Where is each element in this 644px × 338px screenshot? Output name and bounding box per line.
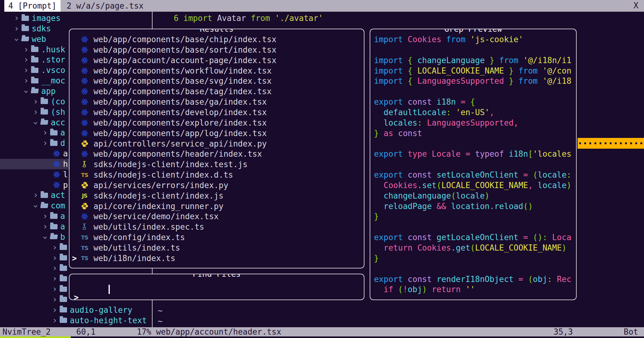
tree-item-label: acc xyxy=(51,118,65,127)
code-line: import { changeLanguage } from '@/i18n/i… xyxy=(374,55,571,66)
tree-item-images[interactable]: ›images xyxy=(0,13,152,23)
result-item[interactable]: web/app/components/header/index.tsx xyxy=(70,149,364,159)
test-flask-icon xyxy=(81,161,89,168)
chevron-down-icon[interactable]: › xyxy=(22,89,30,95)
react-icon xyxy=(81,98,89,106)
folder-icon xyxy=(60,318,67,323)
chevron-right-icon[interactable]: › xyxy=(42,128,48,137)
chevron-right-icon[interactable]: › xyxy=(33,191,39,199)
chevron-right-icon[interactable]: › xyxy=(23,76,29,85)
result-item[interactable]: TSsdks/nodejs-client/index.d.ts xyxy=(70,170,364,180)
result-path: web/app/components/base/sort/index.tsx xyxy=(93,45,276,54)
find-files-title: Find Files xyxy=(188,274,246,280)
tab-2[interactable]: 2 w/a/s/page.tsx xyxy=(61,0,148,12)
chevron-right-icon[interactable]: › xyxy=(52,243,58,252)
code-line: import Cookies from 'js-cookie' xyxy=(374,34,523,45)
statusbar: NvimTree_2 60,1 17% web/app/account/head… xyxy=(0,327,644,336)
folder-icon xyxy=(50,130,58,135)
chevron-down-icon[interactable]: › xyxy=(41,235,50,241)
react-icon xyxy=(53,150,61,157)
code-line: locales: LanguagesSupported, xyxy=(374,118,519,128)
chevron-right-icon[interactable]: › xyxy=(52,254,58,262)
result-item[interactable]: web/utils/index.spec.ts xyxy=(70,222,364,232)
grep-preview-title: Grep Preview xyxy=(439,29,507,35)
code-line: reloadPage && location.reload() xyxy=(374,201,533,211)
result-item[interactable]: web/app/components/base/svg/index.tsx xyxy=(70,76,364,86)
chevron-right-icon[interactable]: › xyxy=(23,55,29,64)
result-item[interactable]: web/app/components/explore/index.tsx xyxy=(70,118,364,128)
chevron-right-icon[interactable]: › xyxy=(52,295,58,304)
tree-item-label: a xyxy=(60,128,65,137)
chevron-right-icon[interactable]: › xyxy=(42,139,48,147)
folder-icon xyxy=(60,297,67,302)
folder-icon xyxy=(60,276,67,281)
chevron-right-icon[interactable]: › xyxy=(52,264,58,272)
result-item[interactable]: web/app/components/base/tag/index.tsx xyxy=(70,86,364,97)
chevron-right-icon[interactable]: › xyxy=(52,274,58,283)
result-item[interactable]: >TSweb/i18n/index.ts xyxy=(70,253,364,264)
result-item[interactable]: TSweb/utils/index.ts xyxy=(70,243,364,253)
empty-line-tilde: ~ xyxy=(158,316,163,326)
statusline-accent-strip xyxy=(0,336,71,338)
result-item[interactable]: JSsdks/nodejs-client/index.js xyxy=(70,191,364,201)
result-path: web/app/components/base/chip/index.tsx xyxy=(93,35,276,44)
code-line: export const getLocaleOnClient = (): Loc… xyxy=(374,232,571,243)
code-line: export type Locale = typeof i18n['locale… xyxy=(374,149,571,159)
folder-icon xyxy=(31,78,38,83)
tabline: 4 [Prompt]2 w/a/s/page.tsx X xyxy=(0,0,644,12)
react-icon xyxy=(81,77,89,85)
folder-icon xyxy=(60,266,67,271)
result-item[interactable]: web/app/components/base/sort/index.tsx xyxy=(70,45,364,55)
result-item[interactable]: api/services/errors/index.py xyxy=(70,180,364,191)
chevron-right-icon[interactable]: › xyxy=(23,66,29,74)
result-item[interactable]: TSweb/config/index.ts xyxy=(70,232,364,243)
result-path: web/app/components/base/ga/index.tsx xyxy=(93,97,267,107)
chevron-down-icon[interactable]: › xyxy=(31,203,40,209)
tree-item-label: a xyxy=(60,222,65,231)
chevron-right-icon[interactable]: › xyxy=(14,24,20,33)
react-icon xyxy=(81,67,89,74)
typescript-icon: TS xyxy=(81,234,89,241)
result-item[interactable]: web/app/components/base/ga/index.tsx xyxy=(70,97,364,107)
result-path: api/controllers/service_api/index.py xyxy=(93,139,267,148)
chevron-right-icon[interactable]: › xyxy=(52,316,58,325)
tree-item-auto-height-text[interactable]: ›auto-height-text xyxy=(0,315,152,326)
chevron-right-icon[interactable]: › xyxy=(14,14,20,22)
chevron-down-icon[interactable]: › xyxy=(31,120,40,126)
chevron-right-icon[interactable]: › xyxy=(33,108,39,116)
tree-item-label: sdks xyxy=(32,24,51,33)
find-files-input[interactable]: > index 1143 / 5376 xyxy=(70,284,364,296)
result-item[interactable]: api/core/indexing_runner.py xyxy=(70,201,364,211)
tree-item-label: __moc xyxy=(41,76,65,85)
close-icon[interactable]: X xyxy=(634,1,638,10)
editor-code-line: 6 import Avatar from './avatar' xyxy=(174,13,323,23)
code-line: defaultLocale: 'en-US', xyxy=(374,107,494,118)
folder-icon xyxy=(50,224,58,229)
scroll-marker-bar[interactable] xyxy=(578,138,644,149)
chevron-right-icon[interactable]: › xyxy=(52,306,58,314)
folder-icon xyxy=(22,16,29,21)
tree-item-audio-gallery[interactable]: ›audio-gallery xyxy=(0,305,152,315)
chevron-right-icon[interactable]: › xyxy=(42,222,48,231)
result-item[interactable]: web/app/components/develop/index.tsx xyxy=(70,107,364,118)
folder-icon xyxy=(31,57,38,62)
result-item[interactable]: sdks/nodejs-client/index.test.js xyxy=(70,159,364,170)
result-item[interactable]: web/app/components/app/log/index.tsx xyxy=(70,128,364,139)
tab-1[interactable]: 4 [Prompt] xyxy=(4,0,61,12)
chevron-right-icon[interactable]: › xyxy=(23,45,29,54)
result-item[interactable]: web/app/components/base/chip/index.tsx xyxy=(70,34,364,45)
react-icon xyxy=(81,88,89,95)
result-item[interactable]: web/service/demo/index.tsx xyxy=(70,211,364,222)
statusbar-cursor-pos-right: 35,3 xyxy=(554,327,573,336)
chevron-down-icon[interactable]: › xyxy=(12,37,21,43)
typescript-definition-icon: TS xyxy=(81,172,89,178)
chevron-right-icon[interactable]: › xyxy=(42,212,48,220)
tree-item-label: auto-height-text xyxy=(70,316,147,325)
result-item[interactable]: api/controllers/service_api/index.py xyxy=(70,139,364,149)
chevron-right-icon[interactable]: › xyxy=(52,285,58,293)
result-path: sdks/nodejs-client/index.d.ts xyxy=(93,170,233,179)
result-item[interactable]: web/app/components/workflow/index.tsx xyxy=(70,66,364,76)
chevron-right-icon[interactable]: › xyxy=(33,97,39,106)
result-item[interactable]: web/app/account/account-page/index.tsx xyxy=(70,55,364,66)
result-path: web/service/demo/index.tsx xyxy=(93,212,219,221)
